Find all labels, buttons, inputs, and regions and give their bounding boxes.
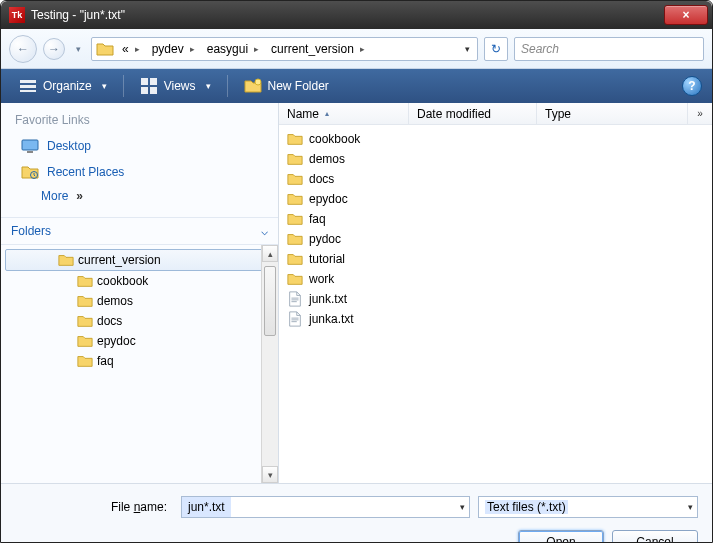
new-folder-button[interactable]: New Folder <box>236 73 337 99</box>
favorite-link[interactable]: Desktop <box>15 133 264 159</box>
filename-input[interactable]: jun*.txt ▾ <box>181 496 470 518</box>
arrow-right-icon: → <box>48 42 60 56</box>
views-label: Views <box>164 79 196 93</box>
svg-rect-8 <box>22 140 38 150</box>
svg-rect-6 <box>150 87 157 94</box>
folder-icon <box>287 211 303 227</box>
folder-item[interactable]: cookbook <box>285 129 706 149</box>
breadcrumb-segment[interactable]: «▸ <box>116 38 146 60</box>
column-date-label: Date modified <box>417 107 491 121</box>
open-rest: pen <box>556 535 576 544</box>
column-overflow-button[interactable]: » <box>688 103 712 124</box>
tree-item[interactable]: docs <box>5 311 278 331</box>
filetype-dropdown-button[interactable]: ▾ <box>688 502 693 512</box>
path-dropdown-button[interactable]: ▾ <box>459 44 475 54</box>
breadcrumb-segment[interactable]: pydev▸ <box>146 38 201 60</box>
scroll-up-button[interactable]: ▴ <box>262 245 278 262</box>
folder-icon <box>287 191 303 207</box>
column-header-name[interactable]: Name ▴ <box>279 103 409 124</box>
tree-item[interactable]: current_version <box>5 249 278 271</box>
svg-rect-4 <box>150 78 157 85</box>
content-area: Favorite Links DesktopRecent Places More… <box>1 103 712 483</box>
column-header-date[interactable]: Date modified <box>409 103 537 124</box>
breadcrumb-label: « <box>122 42 129 56</box>
breadcrumb-segment[interactable]: easygui▸ <box>201 38 265 60</box>
folder-item[interactable]: tutorial <box>285 249 706 269</box>
folder-icon <box>77 313 93 329</box>
tree-item[interactable]: cookbook <box>5 271 278 291</box>
folder-item[interactable]: work <box>285 269 706 289</box>
cancel-button[interactable]: Cancel <box>612 530 698 543</box>
breadcrumb-label: pydev <box>152 42 184 56</box>
filename-value: jun*.txt <box>182 497 231 517</box>
folder-icon <box>77 333 93 349</box>
breadcrumb-label: current_version <box>271 42 354 56</box>
column-type-label: Type <box>545 107 571 121</box>
cancel-label: Cancel <box>636 535 673 544</box>
views-icon <box>140 77 158 95</box>
tree-scrollbar[interactable]: ▴ ▾ <box>261 245 278 483</box>
folder-icon <box>77 293 93 309</box>
scroll-track[interactable] <box>262 262 278 466</box>
chevron-down-icon: ⌵ <box>261 224 268 238</box>
folders-header[interactable]: Folders ⌵ <box>1 217 278 244</box>
tree-item[interactable]: epydoc <box>5 331 278 351</box>
folder-icon <box>287 171 303 187</box>
text-file-icon <box>287 311 303 327</box>
folder-item[interactable]: docs <box>285 169 706 189</box>
folder-icon <box>58 252 74 268</box>
more-link[interactable]: More » <box>15 185 264 207</box>
text-file-icon <box>287 291 303 307</box>
open-button[interactable]: Open <box>518 530 604 543</box>
close-icon: × <box>682 8 689 22</box>
chevron-down-icon: ▾ <box>206 81 211 91</box>
favorite-label: Recent Places <box>47 165 124 179</box>
svg-point-7 <box>255 79 261 85</box>
scroll-thumb[interactable] <box>264 266 276 336</box>
chevron-down-icon: ▾ <box>102 81 107 91</box>
close-button[interactable]: × <box>664 5 708 25</box>
file-listing: cookbookdemosdocsepydocfaqpydoctutorialw… <box>279 125 712 483</box>
filename-label: File name: <box>15 500 173 514</box>
recent-locations-button[interactable]: ▾ <box>71 44 85 54</box>
file-item[interactable]: junk.txt <box>285 289 706 309</box>
item-name: epydoc <box>309 192 348 206</box>
breadcrumb[interactable]: «▸pydev▸easygui▸current_version▸ ▾ <box>91 37 478 61</box>
views-button[interactable]: Views ▾ <box>132 73 219 99</box>
favorite-link[interactable]: Recent Places <box>15 159 264 185</box>
svg-rect-2 <box>20 90 36 92</box>
folder-item[interactable]: faq <box>285 209 706 229</box>
filename-dropdown-button[interactable]: ▾ <box>460 502 465 512</box>
folder-tree: current_versioncookbookdemosdocsepydocfa… <box>1 244 278 483</box>
organize-button[interactable]: Organize ▾ <box>11 73 115 99</box>
svg-rect-3 <box>141 78 148 85</box>
tree-item[interactable]: demos <box>5 291 278 311</box>
svg-rect-1 <box>20 85 36 88</box>
folder-item[interactable]: pydoc <box>285 229 706 249</box>
organize-icon <box>19 77 37 95</box>
dialog-footer: File name: jun*.txt ▾ Text files (*.txt)… <box>1 483 712 543</box>
item-name: tutorial <box>309 252 345 266</box>
sort-asc-icon: ▴ <box>325 109 329 118</box>
chevron-right-icon: ▸ <box>254 44 259 54</box>
breadcrumb-segment[interactable]: current_version▸ <box>265 38 371 60</box>
search-input[interactable]: Search <box>514 37 704 61</box>
scroll-down-button[interactable]: ▾ <box>262 466 278 483</box>
help-button[interactable]: ? <box>682 76 702 96</box>
folder-item[interactable]: demos <box>285 149 706 169</box>
refresh-button[interactable]: ↻ <box>484 37 508 61</box>
filename-label-pre: File <box>111 500 134 514</box>
window-title-doc: "jun*.txt" <box>80 8 125 22</box>
file-item[interactable]: junka.txt <box>285 309 706 329</box>
filetype-select[interactable]: Text files (*.txt) ▾ <box>478 496 698 518</box>
svg-rect-0 <box>20 80 36 83</box>
favorite-links: Favorite Links DesktopRecent Places More… <box>1 103 278 211</box>
tree-item-label: current_version <box>78 253 161 267</box>
desktop-icon <box>21 137 39 155</box>
folder-icon <box>96 40 114 58</box>
tree-item[interactable]: faq <box>5 351 278 371</box>
column-header-type[interactable]: Type <box>537 103 688 124</box>
folder-item[interactable]: epydoc <box>285 189 706 209</box>
back-button[interactable]: ← <box>9 35 37 63</box>
forward-button[interactable]: → <box>43 38 65 60</box>
